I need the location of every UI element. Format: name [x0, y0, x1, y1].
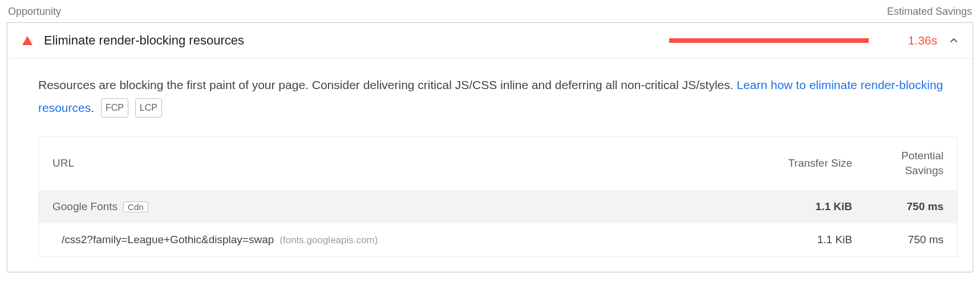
row-savings: 750 ms [852, 233, 943, 246]
table-header-size: Transfer Size [761, 157, 852, 170]
table-header-url: URL [52, 157, 761, 170]
audit-description-period: . [91, 101, 94, 114]
savings-bar-track [669, 38, 869, 43]
column-header-left: Opportunity [8, 6, 61, 18]
metric-tag-lcp: LCP [135, 98, 162, 118]
audit-savings-value: 1.36s [880, 34, 937, 47]
column-headers: Opportunity Estimated Savings [7, 6, 973, 22]
savings-bar-fill [669, 38, 869, 43]
group-savings: 750 ms [852, 200, 943, 213]
fail-triangle-icon [22, 36, 33, 45]
audit-details: Resources are blocking the first paint o… [7, 58, 973, 272]
row-path: /css2?family=League+Gothic&display=swap [62, 233, 274, 246]
table-header-savings-line1: Potential [901, 150, 943, 162]
column-header-right: Estimated Savings [887, 6, 972, 18]
audit-title: Eliminate render-blocking resources [44, 33, 669, 48]
resources-table: URL Transfer Size Potential Savings Goog… [38, 136, 958, 257]
cdn-badge: Cdn [123, 202, 148, 212]
group-url-cell: Google Fonts Cdn [52, 200, 761, 213]
table-header-savings-line2: Savings [905, 164, 943, 176]
table-header-row: URL Transfer Size Potential Savings [39, 137, 957, 190]
row-url-cell: /css2?family=League+Gothic&display=swap … [52, 233, 761, 246]
table-group-row: Google Fonts Cdn 1.1 KiB 750 ms [39, 190, 957, 223]
chevron-up-icon[interactable] [947, 34, 960, 47]
row-size: 1.1 KiB [761, 233, 852, 246]
metric-tag-fcp: FCP [101, 98, 128, 118]
group-size: 1.1 KiB [761, 200, 852, 213]
group-label: Google Fonts [52, 200, 118, 213]
audit-card: Eliminate render-blocking resources 1.36… [7, 22, 973, 272]
audit-description: Resources are blocking the first paint o… [38, 74, 958, 119]
row-host: (fonts.googleapis.com) [280, 235, 378, 246]
table-header-savings: Potential Savings [852, 148, 943, 179]
audit-summary-row[interactable]: Eliminate render-blocking resources 1.36… [7, 23, 973, 58]
audit-description-text: Resources are blocking the first paint o… [38, 78, 736, 91]
table-row: /css2?family=League+Gothic&display=swap … [39, 223, 957, 256]
